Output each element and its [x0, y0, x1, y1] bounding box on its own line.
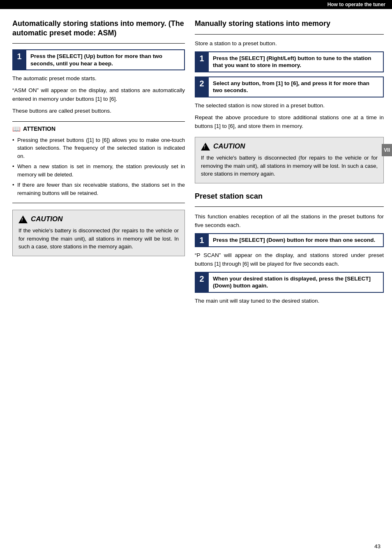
left-section-title: Automatically storing stations into memo…: [12, 19, 185, 37]
ps-step-1: 1 Press the [SELECT] (Down) button for m…: [195, 233, 384, 247]
right-step-2-number: 2: [195, 76, 209, 97]
left-caution-text: If the vehicle's battery is disconnected…: [18, 227, 179, 251]
right-body-2: Repeat the above procedure to store addi…: [195, 114, 384, 131]
ps-step-1-instruction: Press the [SELECT] (Down) button for mor…: [213, 236, 379, 244]
chapter-marker: VII: [382, 144, 392, 156]
ps-step-2: 2 When your desired station is displayed…: [195, 272, 384, 293]
ps-step-2-content: When your desired station is displayed, …: [209, 272, 384, 293]
right-step-1-number: 1: [195, 51, 209, 72]
attention-item-2: When a new station is set in memory, the…: [12, 162, 185, 178]
left-caution-box: CAUTION If the vehicle's battery is disc…: [12, 210, 185, 256]
left-step-1-number: 1: [12, 49, 26, 70]
left-step-1: 1 Press the [SELECT] (Up) button for mor…: [12, 49, 185, 70]
header-bar: How to operate the tuner: [0, 0, 392, 9]
ps-step-2-instruction: When your desired station is displayed, …: [213, 275, 379, 290]
right-body-1: The selected station is now stored in a …: [195, 102, 384, 110]
ps-step-1-content: Press the [SELECT] (Down) button for mor…: [209, 233, 384, 247]
ps-step-2-body: The main unit will stay tuned to the des…: [195, 297, 384, 306]
left-body-3: These buttons are called preset buttons.: [12, 107, 185, 116]
header-label: How to operate the tuner: [327, 2, 385, 7]
right-section-title: Manually storing stations into memory: [195, 19, 384, 28]
right-step-1-instruction: Press the [SELECT] (Right/Left) button t…: [213, 55, 379, 69]
ps-step-1-body: “P SCAN” will appear on the display, and…: [195, 251, 384, 269]
attention-item-3: If there are fewer than six receivable s…: [12, 181, 185, 197]
right-caution-triangle-icon: [201, 143, 210, 151]
left-column: Automatically storing stations into memo…: [12, 19, 185, 309]
left-step-1-instruction: Press the [SELECT] (Up) button for more …: [30, 53, 180, 67]
right-step-2-instruction: Select any button, from [1] to [6], and …: [213, 80, 379, 94]
left-caution-title: CAUTION: [18, 215, 179, 223]
ps-step-1-number: 1: [195, 233, 209, 247]
store-intro: Store a station to a preset button.: [195, 40, 384, 46]
left-body-2: “ASM ON” will appear on the display, and…: [12, 86, 185, 104]
right-caution-box: CAUTION If the vehicle's battery is disc…: [195, 137, 384, 183]
right-step-1: 1 Press the [SELECT] (Right/Left) button…: [195, 51, 384, 72]
preset-scan-title: Preset station scan: [195, 192, 384, 201]
right-column: Manually storing stations into memory St…: [195, 19, 384, 309]
page-number: 43: [374, 543, 380, 549]
attention-item-1: Pressing the preset buttons ([1] to [6])…: [12, 136, 185, 160]
attention-list: Pressing the preset buttons ([1] to [6])…: [12, 136, 185, 197]
page-number-area: 43: [374, 543, 380, 549]
book-icon: 📖: [12, 125, 21, 133]
left-body-1: The automatic preset mode starts.: [12, 74, 185, 83]
left-step-1-content: Press the [SELECT] (Up) button for more …: [26, 49, 185, 70]
right-caution-title: CAUTION: [201, 142, 378, 151]
attention-title: 📖 ATTENTION: [12, 125, 185, 133]
attention-block: 📖 ATTENTION Pressing the preset buttons …: [12, 121, 185, 197]
preset-scan-section: Preset station scan This function enable…: [195, 192, 384, 306]
ps-step-2-number: 2: [195, 272, 209, 293]
preset-scan-intro: This function enables reception of all t…: [195, 213, 384, 230]
caution-triangle-icon: [18, 215, 28, 223]
right-step-1-content: Press the [SELECT] (Right/Left) button t…: [209, 51, 384, 72]
right-step-2-content: Select any button, from [1] to [6], and …: [209, 76, 384, 97]
right-caution-text: If the vehicle's battery is disconnected…: [201, 154, 378, 178]
right-step-2: 2 Select any button, from [1] to [6], an…: [195, 76, 384, 97]
